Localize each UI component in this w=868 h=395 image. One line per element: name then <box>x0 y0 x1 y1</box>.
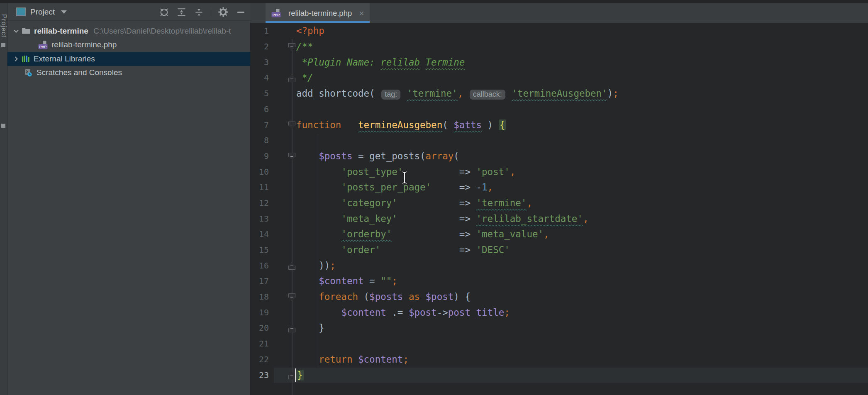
line-number: 14 <box>250 227 269 242</box>
mouse-ibeam-cursor <box>401 171 408 185</box>
code-line-16[interactable]: )); <box>296 258 619 274</box>
line-number: 23 <box>250 368 269 383</box>
gear-icon <box>218 7 229 17</box>
close-icon[interactable]: × <box>359 9 364 17</box>
chevron-down-icon <box>12 27 20 35</box>
code-line-15[interactable]: 'order' => 'DESC' <box>296 242 619 258</box>
tree-item-scratches-and-consoles[interactable]: Scratches and Consoles <box>7 66 250 80</box>
fold-marker-icon[interactable] <box>288 43 295 51</box>
code-area[interactable]: <?php/** *Plugin Name: relilab Termine *… <box>296 23 619 383</box>
code-line-2[interactable]: /** <box>296 39 619 55</box>
locate-button[interactable] <box>158 7 169 17</box>
parameter-hint: callback: <box>470 90 505 100</box>
code-line-10[interactable]: 'post_type' => 'post', <box>296 164 619 180</box>
tree-item-external-libraries[interactable]: External Libraries <box>7 52 250 66</box>
line-number: 5 <box>250 86 269 102</box>
code-line-12[interactable]: 'category' => 'termine', <box>296 195 619 211</box>
code-line-9[interactable]: $posts = get_posts(array( <box>296 149 619 164</box>
line-number: 11 <box>250 180 269 195</box>
window-top-edge <box>0 0 868 3</box>
chevron-down-icon[interactable] <box>11 27 22 35</box>
tree-item-label: relilab-termine.php <box>51 40 117 49</box>
project-tree: relilab-termineC:\Users\Daniel\Desktop\r… <box>7 24 250 80</box>
tree-item-label: relilab-termine <box>34 27 88 36</box>
line-number: 18 <box>250 289 269 305</box>
code-line-7[interactable]: function termineAusgeben( $atts ) { <box>296 117 619 133</box>
code-line-22[interactable]: return $content; <box>296 352 619 368</box>
code-line-8[interactable] <box>296 133 619 149</box>
settings-button[interactable] <box>218 7 229 17</box>
line-number: 7 <box>250 117 269 133</box>
php-file-icon: PHP <box>271 9 281 17</box>
code-line-18[interactable]: foreach ($posts as $post) { <box>296 289 619 305</box>
code-line-13[interactable]: 'meta_key' => 'relilab_startdate', <box>296 211 619 227</box>
fold-marker-icon[interactable] <box>288 122 295 129</box>
editor-tab-bar: PHP relilab-termine.php × <box>250 3 868 23</box>
toolbar-divider <box>211 7 211 17</box>
line-number: 1 <box>250 23 269 39</box>
collapse-all-icon <box>194 7 204 17</box>
text-caret <box>295 368 296 382</box>
stripe-tool-button-icon[interactable] <box>1 43 5 47</box>
line-number: 16 <box>250 258 269 274</box>
chevron-down-icon[interactable] <box>61 10 67 14</box>
tool-window-stripe: Project <box>0 3 7 395</box>
fold-marker-icon[interactable] <box>288 325 295 332</box>
line-number: 6 <box>250 102 269 117</box>
chevron-right-icon <box>12 55 20 63</box>
code-line-20[interactable]: } <box>296 320 619 336</box>
line-number-gutter: 1234567891011121314151617181920212223 <box>250 23 269 383</box>
line-number: 15 <box>250 242 269 258</box>
hide-window-button[interactable] <box>235 7 246 17</box>
line-number: 19 <box>250 305 269 321</box>
php-file-icon: PHP <box>38 41 48 49</box>
scratches-icon <box>24 69 33 77</box>
line-number: 3 <box>250 55 269 71</box>
line-number: 2 <box>250 39 269 55</box>
tree-item-label: External Libraries <box>34 54 95 63</box>
expand-all-button[interactable] <box>176 7 187 17</box>
php-file-icon: PHP <box>271 9 281 17</box>
fold-marker-icon[interactable] <box>288 75 295 82</box>
line-number: 10 <box>250 164 269 180</box>
code-line-19[interactable]: $content .= $post->post_title; <box>296 305 619 321</box>
line-number: 21 <box>250 336 269 352</box>
tree-item-relilab-termine-folder[interactable]: relilab-termineC:\Users\Daniel\Desktop\r… <box>7 24 250 38</box>
collapse-all-button[interactable] <box>193 7 204 17</box>
fold-marker-icon[interactable] <box>288 153 295 160</box>
tab-label: relilab-termine.php <box>288 9 352 18</box>
code-line-3[interactable]: *Plugin Name: relilab Termine <box>296 55 619 71</box>
project-panel-toolbar: Project <box>7 3 250 21</box>
line-number: 12 <box>250 195 269 211</box>
project-stripe-button[interactable]: Project <box>0 14 7 38</box>
expand-all-icon <box>176 7 187 17</box>
tab-relilab-termine-php[interactable]: PHP relilab-termine.php × <box>266 3 370 23</box>
code-line-21[interactable] <box>296 336 619 352</box>
chevron-right-icon[interactable] <box>11 55 22 63</box>
external-libraries-icon <box>22 55 30 63</box>
project-panel: Project relilab-termineC:\Users\Daniel\D… <box>7 3 250 395</box>
parameter-hint: tag: <box>381 90 400 100</box>
code-line-14[interactable]: 'orderby' => 'meta_value', <box>296 227 619 242</box>
code-line-17[interactable]: $content = ""; <box>296 273 619 289</box>
code-line-1[interactable]: <?php <box>296 23 619 39</box>
project-toolbar-icons <box>158 3 246 21</box>
project-tool-window-icon <box>16 7 26 16</box>
svg-text:PHP: PHP <box>39 44 47 49</box>
code-line-6[interactable] <box>296 102 619 117</box>
code-line-4[interactable]: */ <box>296 70 619 86</box>
code-editor[interactable]: 1234567891011121314151617181920212223 <?… <box>250 23 868 395</box>
code-line-11[interactable]: 'posts_per_page' => -1, <box>296 180 619 195</box>
locate-icon <box>159 7 169 17</box>
line-number: 17 <box>250 273 269 289</box>
code-line-23[interactable]: } <box>296 368 619 383</box>
tree-item-relilab-termine-php[interactable]: PHPrelilab-termine.php <box>7 38 250 52</box>
line-number: 4 <box>250 70 269 86</box>
fold-marker-icon[interactable] <box>288 262 295 270</box>
stripe-tool-button-icon[interactable] <box>1 124 5 128</box>
tree-item-label: Scratches and Consoles <box>37 68 122 77</box>
fold-marker-icon[interactable] <box>288 293 295 301</box>
code-line-5[interactable]: add_shortcode( tag: 'termine', callback:… <box>296 86 619 102</box>
ide-window: Project Project relilab-termineC:\Users\… <box>0 0 868 395</box>
project-panel-title[interactable]: Project <box>30 7 55 17</box>
